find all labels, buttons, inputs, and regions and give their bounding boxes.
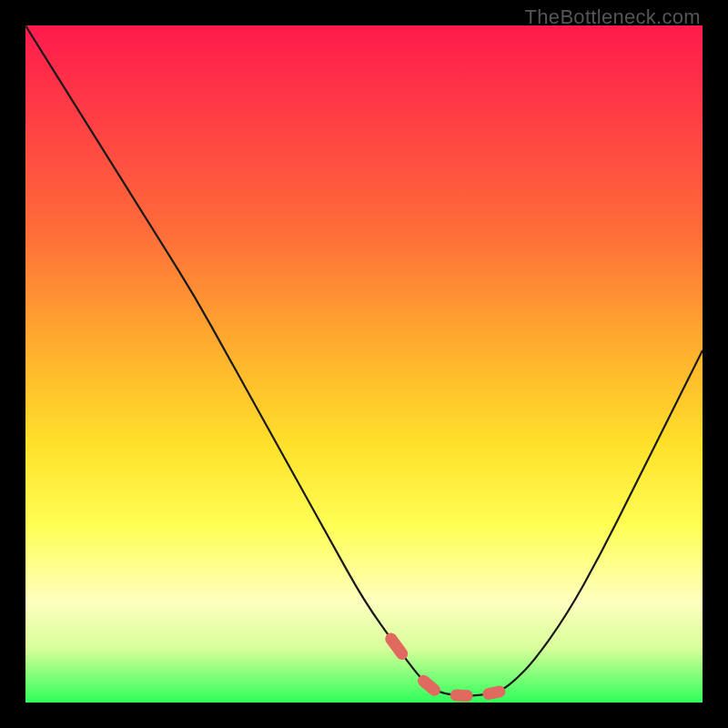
curve-svg [25,25,703,703]
floor-dot-group [391,639,500,696]
floor-dot [456,695,467,696]
plot-area [25,25,703,703]
floor-dot [391,639,402,653]
chart-frame: TheBottleneck.com [0,0,728,728]
floor-dot [489,692,500,693]
floor-dot [424,681,435,690]
bottleneck-curve [25,25,703,696]
